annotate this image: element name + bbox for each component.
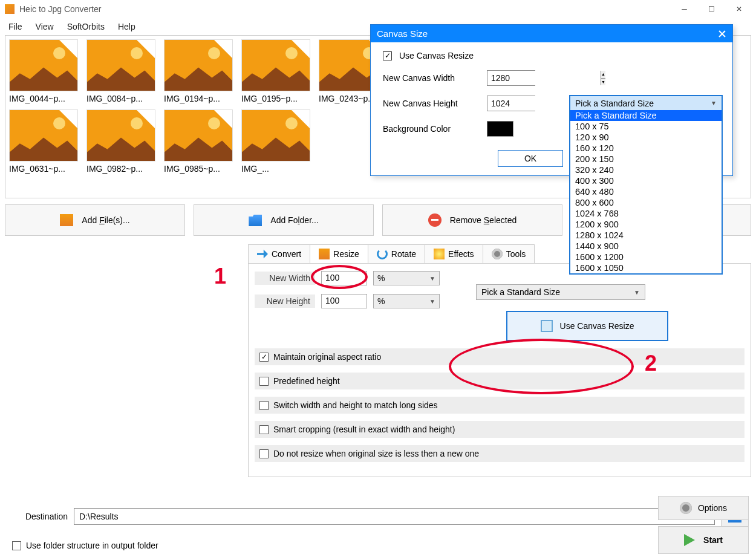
tab-rotate[interactable]: Rotate	[368, 244, 425, 263]
use-canvas-resize-button[interactable]: Use Canvas Resize	[506, 311, 668, 341]
tab-resize[interactable]: Resize	[310, 244, 368, 263]
standard-size-option[interactable]: 1600 x 1200	[570, 252, 722, 262]
standard-size-option[interactable]: 800 x 600	[570, 197, 722, 208]
thumbnail-item[interactable]: IMG_0985~p...	[164, 109, 233, 174]
canvas-size-dialog: Canvas Size ✓ Use Canvas Resize New Canv…	[370, 24, 733, 176]
new-height-label: New Height	[255, 295, 315, 308]
standard-size-option[interactable]: 120 x 90	[570, 132, 722, 143]
standard-size-option[interactable]: 100 x 75	[570, 121, 722, 132]
standard-size-option[interactable]: Pick a Standard Size	[570, 110, 722, 121]
thumbnail-filename: IMG_0982~p...	[86, 164, 155, 174]
folder-structure-checkbox[interactable]: Use folder structure in output folder	[12, 541, 158, 550]
gear-icon	[680, 502, 692, 514]
standard-size-select[interactable]: Pick a Standard Size ▼	[476, 284, 645, 300]
predefined-height-checkbox[interactable]: Predefined height	[255, 373, 745, 389]
spin-up-icon[interactable]: ▲	[601, 71, 605, 78]
ok-button[interactable]: OK	[498, 150, 563, 167]
thumbnail-filename: IMG_0195~p...	[241, 94, 310, 103]
checkbox-icon	[259, 401, 269, 410]
thumbnail-filename: IMG_0084~p...	[86, 94, 155, 103]
app-icon	[5, 4, 15, 14]
checkbox-icon: ✓	[259, 353, 269, 362]
new-width-input[interactable]: 100	[321, 271, 367, 285]
options-button[interactable]: Options	[658, 496, 749, 520]
folder-icon	[249, 214, 262, 226]
no-resize-checkbox[interactable]: Do not resize when original size is less…	[255, 445, 745, 462]
standard-size-option[interactable]: 1200 x 900	[570, 219, 722, 230]
standard-size-option[interactable]: 1024 x 768	[570, 208, 722, 219]
standard-size-option[interactable]: 1440 x 900	[570, 241, 722, 252]
add-folder-button[interactable]: Add Folder...	[194, 204, 374, 236]
thumbnail-image	[241, 109, 310, 161]
chevron-down-icon: ▼	[634, 289, 640, 296]
add-files-button[interactable]: Add File(s)...	[5, 204, 185, 236]
menu-view[interactable]: View	[30, 19, 60, 34]
thumbnail-item[interactable]: IMG_...	[241, 109, 310, 174]
checkbox-icon	[259, 425, 269, 434]
menu-help[interactable]: Help	[112, 19, 142, 34]
tab-effects[interactable]: Effects	[425, 244, 483, 263]
canvas-width-input[interactable]: ▲▼	[487, 70, 535, 86]
canvas-height-label: New Canvas Height	[383, 99, 480, 108]
thumbnail-image	[86, 109, 155, 161]
menu-softorbits[interactable]: SoftOrbits	[61, 19, 111, 34]
standard-size-option[interactable]: 160 x 120	[570, 143, 722, 154]
close-button[interactable]: ✕	[725, 0, 752, 18]
label: Remove Selected	[450, 215, 517, 225]
switch-wh-checkbox[interactable]: Switch width and height to match long si…	[255, 397, 745, 414]
thumbnail-item[interactable]: IMG_0044~p...	[9, 39, 78, 103]
standard-size-option[interactable]: 1280 x 1024	[570, 230, 722, 241]
remove-selected-button[interactable]: Remove Selected	[382, 204, 562, 236]
minimize-button[interactable]: ─	[671, 0, 698, 18]
thumbnail-item[interactable]: IMG_0195~p...	[241, 39, 310, 103]
thumbnail-image	[164, 109, 233, 161]
thumbnail-image	[9, 39, 78, 91]
destination-select[interactable]: D:\Results ▼	[74, 508, 715, 525]
standard-size-option[interactable]: 400 x 300	[570, 175, 722, 186]
standard-size-combo[interactable]: Pick a Standard Size ▼	[570, 96, 722, 110]
dialog-close-button[interactable]	[718, 30, 726, 38]
thumbnail-item[interactable]: IMG_0631~p...	[9, 109, 78, 174]
standard-size-option[interactable]: 320 x 240	[570, 164, 722, 175]
thumbnail-filename: IMG_...	[241, 164, 310, 174]
use-canvas-resize-checkbox[interactable]: ✓	[383, 51, 392, 60]
image-icon	[60, 214, 73, 226]
new-height-input[interactable]: 100	[321, 294, 367, 308]
thumbnail-item[interactable]: IMG_0194~p...	[164, 39, 233, 103]
bg-color-swatch[interactable]	[487, 121, 513, 137]
canvas-icon	[541, 320, 553, 332]
thumbnail-image	[164, 39, 233, 91]
maintain-ratio-checkbox[interactable]: ✓ Maintain original aspect ratio	[255, 348, 745, 365]
standard-size-dropdown: Pick a Standard Size ▼ Pick a Standard S…	[569, 95, 723, 275]
annotation-number-1: 1	[214, 264, 226, 289]
standard-size-option[interactable]: 200 x 150	[570, 154, 722, 164]
thumbnail-image	[241, 39, 310, 91]
chevron-down-icon: ▼	[711, 100, 717, 106]
label: Add File(s)...	[82, 215, 129, 225]
dialog-title: Canvas Size	[377, 28, 428, 39]
thumbnail-item[interactable]: IMG_0982~p...	[86, 109, 155, 174]
chevron-down-icon: ▼	[429, 275, 435, 282]
standard-size-option[interactable]: 640 x 480	[570, 186, 722, 197]
thumbnail-filename: IMG_0194~p...	[164, 94, 233, 103]
resize-panel: New Width 100 %▼ New Height 100 %▼ Pick …	[248, 263, 751, 477]
menu-file[interactable]: File	[2, 19, 28, 34]
thumbnail-filename: IMG_0631~p...	[9, 164, 78, 174]
chevron-down-icon: ▼	[429, 298, 435, 305]
new-width-label: New Width	[255, 272, 315, 285]
thumbnail-item[interactable]: IMG_0084~p...	[86, 39, 155, 103]
window-title: Heic to Jpg Converter	[19, 4, 671, 14]
smart-cropping-checkbox[interactable]: Smart cropping (result in exact width an…	[255, 421, 745, 438]
start-button[interactable]: Start	[658, 526, 749, 554]
maximize-button[interactable]: ☐	[698, 0, 725, 18]
standard-size-option[interactable]: 1600 x 1050	[570, 262, 722, 273]
spin-down-icon[interactable]: ▼	[601, 78, 605, 86]
tab-tools[interactable]: Tools	[483, 244, 535, 263]
height-unit-select[interactable]: %▼	[373, 294, 440, 308]
effects-icon	[434, 249, 445, 259]
canvas-height-input[interactable]: ▲▼	[487, 96, 535, 111]
tab-convert[interactable]: Convert	[248, 244, 310, 263]
checkbox-icon	[12, 541, 21, 550]
width-unit-select[interactable]: %▼	[373, 271, 440, 285]
arrow-right-icon	[684, 534, 695, 546]
